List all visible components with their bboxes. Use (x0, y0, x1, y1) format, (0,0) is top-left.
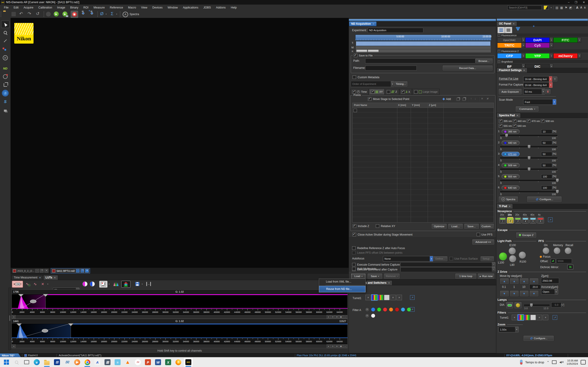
turret-external-icon[interactable]: ↗ (410, 295, 415, 300)
channel-pill-395nm[interactable]: 395 nm (502, 129, 519, 134)
menu-item-reference[interactable]: Reference (107, 5, 126, 10)
timing-button[interactable]: Timing... (394, 81, 408, 87)
dimension-checkbox[interactable] (387, 90, 390, 94)
turret-position-2[interactable] (372, 295, 377, 300)
tab-nd-acquisition[interactable]: ND Acquisition✕ (349, 21, 377, 26)
objective-4-button[interactable]: 4 (522, 217, 529, 223)
pfs-offset-input[interactable]: 5556 (556, 259, 572, 263)
dimension-tab-λ[interactable]: λλ (399, 89, 412, 95)
grid-layout-icon[interactable]: ▦ (560, 6, 563, 9)
channel-power-input[interactable]: 100 (541, 186, 552, 190)
panel-icon[interactable]: ◩ (569, 6, 572, 9)
calculator-icon[interactable]: ▦ (103, 357, 112, 367)
exposure-dropdown[interactable]: 50 ms▾ (523, 89, 545, 94)
auto-exposure-button[interactable]: Auto Exposure (498, 89, 522, 95)
use-pfs-checkbox[interactable] (477, 233, 480, 236)
channel-power-input[interactable]: 50 (541, 152, 552, 156)
font-size-small-button[interactable]: A (584, 6, 586, 9)
filter-a-position-6[interactable] (395, 307, 399, 312)
order-of-experiment-dropdown[interactable]: Order of Experiment▾ (351, 81, 394, 87)
apply-lut-icon[interactable]: → (145, 281, 152, 287)
pan-tool-icon[interactable]: ☝ (1, 90, 9, 97)
oc-list-view-button[interactable] (498, 27, 505, 33)
save-points-button[interactable]: Save... (464, 223, 479, 229)
lut-mode-button[interactable] (99, 281, 107, 288)
lut-mode-dropdown-icon[interactable]: ▾ (107, 281, 111, 287)
custom-metadata-checkbox[interactable] (353, 75, 356, 79)
tray-expand-icon[interactable]: ⌃ (547, 361, 549, 364)
delete-point-icon[interactable]: ✕ (481, 97, 483, 100)
menu-item-measure[interactable]: Measure (91, 5, 107, 10)
oc-button-optocrac[interactable]: OptoCRAC (497, 37, 522, 43)
oc-insert-arrow-icon[interactable]: ◂ (578, 53, 581, 58)
camera-status[interactable]: Flash4.0 (24, 354, 38, 357)
wavelength-checkbox-395nm[interactable]: 395 nm (499, 119, 510, 123)
oc-insert-arrow-icon[interactable]: ◂ (522, 53, 525, 58)
file-explorer-icon[interactable] (42, 357, 52, 367)
move-up-icon[interactable]: ↑ (470, 97, 472, 100)
pfs-memory-button[interactable] (553, 247, 561, 254)
channel-pill-508nm[interactable]: 508 nm (502, 163, 519, 167)
relative-xy-checkbox[interactable] (376, 224, 379, 228)
format-for-live-dropdown[interactable]: 16-bit - Binning 4x4▾ (523, 76, 553, 82)
document-tab[interactable]: 2023_8_3_(2... – ❒ ✕ (11, 268, 49, 273)
menu-item-jobs[interactable]: JOBS (201, 5, 214, 10)
wavelength-checkbox-508nm[interactable]: 508 nm (541, 119, 552, 123)
oc-button-yfp[interactable]: YFP (525, 53, 550, 58)
media-player-icon[interactable]: ▶ (72, 357, 82, 367)
lut-clear-icon[interactable]: ✕ (40, 281, 46, 287)
filter-a-position-5[interactable] (389, 307, 393, 312)
zoom-in-icon[interactable]: ⊕ (335, 344, 339, 348)
dimension-checkbox[interactable] (401, 90, 405, 94)
filename-input[interactable] (365, 66, 417, 70)
dia-intensity-slider[interactable] (524, 305, 549, 306)
close-tab-icon[interactable]: ✕ (54, 276, 56, 279)
close-tab-icon[interactable]: ✕ (513, 23, 515, 25)
filter-a-extra-2[interactable] (371, 314, 375, 318)
setup-button[interactable]: Setup... (480, 256, 494, 261)
zoom-in-icon[interactable]: ⊕ (335, 315, 339, 319)
paint-tool-icon[interactable] (544, 6, 549, 10)
close-tab-icon[interactable]: ✕ (372, 23, 374, 25)
nd-processing-icon[interactable]: ND (1, 65, 9, 72)
wavelength-checkbox-440nm[interactable]: 440 nm (513, 119, 524, 123)
menu-item-window[interactable]: Window (165, 5, 180, 10)
load-points-button[interactable]: Load... (448, 223, 463, 229)
ti-configure-button[interactable]: ⚙Configure... (523, 335, 554, 341)
timeline-ruler[interactable]: 5:00:0010:00:0015:00:00 (355, 35, 491, 41)
histogram-gamma-value[interactable]: G: 1.02 (12, 320, 347, 323)
snipping-tool-icon[interactable]: ✂ (133, 357, 143, 367)
menu-item-help[interactable]: Help (228, 5, 239, 10)
turret-position-1[interactable]: ✕ (365, 295, 371, 300)
histogram-plot[interactable] (12, 323, 347, 338)
excel-icon[interactable]: X (163, 357, 173, 367)
z-step-input[interactable]: 20.0 (529, 284, 541, 289)
powerpoint-icon[interactable]: P (143, 357, 153, 367)
spectra-a-icon[interactable]: A (123, 12, 128, 17)
scroll-right-icon[interactable]: ▸ (327, 344, 330, 348)
escape-z-button[interactable]: Escape Z (516, 232, 536, 238)
oc-group-header-brightfield[interactable]: −Brightfield (497, 60, 588, 64)
points-table[interactable]: Point NameX [mm]Y [mm]Z [µm] (352, 103, 494, 223)
oc-button-fitc[interactable]: FITC (553, 37, 578, 43)
lightpath-l80-button[interactable] (509, 255, 516, 262)
font-size-large-button[interactable]: A (576, 6, 578, 9)
pfs-recall-button[interactable] (565, 247, 571, 254)
filter-a-position-4[interactable] (383, 307, 387, 312)
dimension-tab-large-image[interactable]: Large Image (412, 89, 440, 95)
dimension-checkbox[interactable] (352, 90, 356, 94)
browse-button[interactable]: Browse... (475, 58, 493, 64)
objective-5-button[interactable]: 5 (530, 217, 536, 223)
lamp-voltage-input[interactable]: 5.0 (551, 302, 562, 307)
leave-pfs-checkbox[interactable] (352, 251, 355, 254)
z-step-up-button-1[interactable]: ▲ (500, 278, 509, 284)
doc-close-icon[interactable]: ✕ (44, 269, 48, 273)
include-z-checkbox[interactable] (353, 224, 356, 228)
play-icon[interactable]: ▶ (54, 11, 59, 17)
format-for-capture-dropdown[interactable]: 16-bit - Binning 4x4▾ (523, 82, 553, 88)
font-size-medium-button[interactable]: A (580, 6, 582, 9)
zoom-out-icon[interactable]: ⊖ (331, 315, 335, 319)
nis-elements-icon[interactable]: NIS (183, 357, 193, 367)
scan-mode-dropdown[interactable]: Fast▾ (523, 99, 556, 105)
sigma-dropdown-icon[interactable]: ▾ (116, 13, 117, 15)
